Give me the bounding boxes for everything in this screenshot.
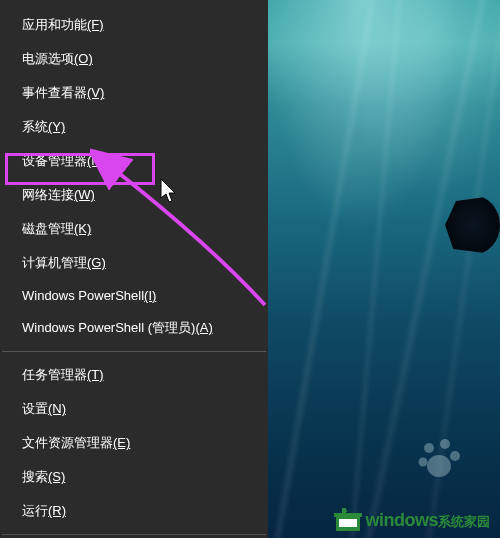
watermark-sub-text: 系统家园 xyxy=(438,513,490,531)
menu-settings[interactable]: 设置(N) xyxy=(0,392,268,426)
menu-search[interactable]: 搜索(S) xyxy=(0,460,268,494)
menu-separator xyxy=(2,534,266,535)
menu-network-connections[interactable]: 网络连接(W) xyxy=(0,178,268,212)
svg-rect-7 xyxy=(339,519,357,527)
paw-watermark-icon xyxy=(415,434,465,488)
desktop-wallpaper xyxy=(268,0,500,538)
watermark-main-text: windows xyxy=(366,510,439,531)
menu-apps-features[interactable]: 应用和功能(F) xyxy=(0,8,268,42)
menu-disk-management[interactable]: 磁盘管理(K) xyxy=(0,212,268,246)
menu-powershell[interactable]: Windows PowerShell(I) xyxy=(0,280,268,311)
svg-point-2 xyxy=(450,451,460,461)
menu-task-manager[interactable]: 任务管理器(T) xyxy=(0,358,268,392)
menu-run[interactable]: 运行(R) xyxy=(0,494,268,528)
menu-system[interactable]: 系统(Y) xyxy=(0,110,268,144)
svg-point-3 xyxy=(419,458,428,467)
svg-point-1 xyxy=(440,439,450,449)
svg-point-4 xyxy=(427,455,451,477)
menu-powershell-admin[interactable]: Windows PowerShell (管理员)(A) xyxy=(0,311,268,345)
svg-rect-8 xyxy=(334,513,362,517)
menu-device-manager[interactable]: 设备管理器(M) xyxy=(0,144,268,178)
site-watermark: windows 系统家园 xyxy=(334,508,491,532)
menu-power-options[interactable]: 电源选项(O) xyxy=(0,42,268,76)
svg-point-0 xyxy=(424,443,434,453)
menu-separator xyxy=(2,351,266,352)
watermark-logo-icon xyxy=(334,508,362,532)
menu-file-explorer[interactable]: 文件资源管理器(E) xyxy=(0,426,268,460)
menu-computer-management[interactable]: 计算机管理(G) xyxy=(0,246,268,280)
menu-event-viewer[interactable]: 事件查看器(V) xyxy=(0,76,268,110)
winx-menu: 应用和功能(F) 电源选项(O) 事件查看器(V) 系统(Y) 设备管理器(M)… xyxy=(0,0,268,538)
